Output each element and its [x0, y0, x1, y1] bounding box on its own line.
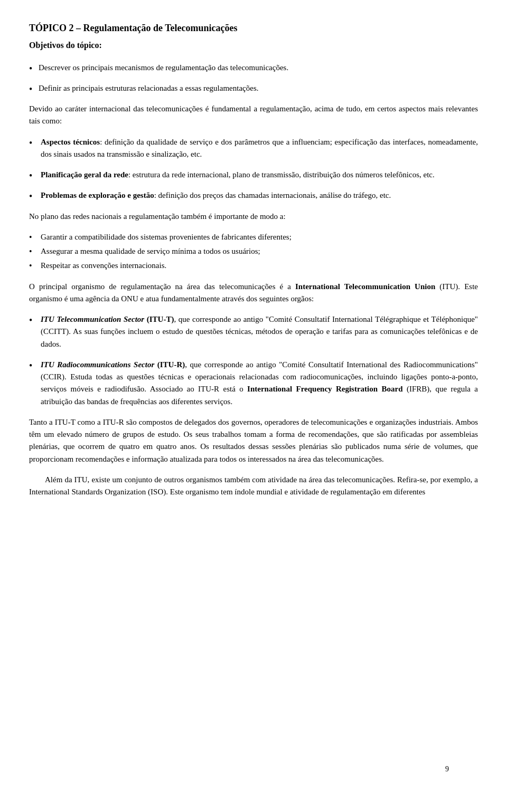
- technical-aspects-text: : definição da qualidade de serviço e do…: [41, 138, 478, 158]
- bullet-text-1: Descrever os principais mecanismos de re…: [39, 63, 288, 72]
- national-bullet-2: Assegurar a mesma qualidade de serviço m…: [29, 245, 478, 257]
- technical-aspects-bullet: Aspectos técnicos: definição da qualidad…: [29, 136, 478, 161]
- network-planning-text: : estrutura da rede internacional, plano…: [128, 170, 435, 179]
- national-bullet-text-3: Respeitar as convenções internacionais.: [41, 261, 166, 270]
- itu-paragraph: O principal organismo de regulamentação …: [29, 281, 478, 305]
- itu-t-abbr: (ITU-T): [144, 315, 174, 323]
- alem-paragraph: Além da ITU, existe um conjunto de outro…: [29, 474, 478, 499]
- technical-aspects-label: Aspectos técnicos: [41, 138, 100, 146]
- network-planning-bullet: Planificação geral da rede: estrutura da…: [29, 169, 478, 181]
- itu-para-start: O principal organismo de regulamentação …: [29, 282, 295, 291]
- itu-r-abbr: (ITU-R): [154, 360, 185, 369]
- exploitation-text: : definição dos preços das chamadas inte…: [154, 191, 391, 199]
- itu-t-label: ITU Telecommunication Sector: [41, 315, 144, 323]
- ifrb-label: International Frequency Registration Boa…: [247, 385, 402, 393]
- national-paragraph: No plano das redes nacionais a regulamen…: [29, 211, 478, 223]
- national-bullet-1: Garantir a compatibilidade dos sistemas …: [29, 231, 478, 243]
- itu-r-bullet: ITU Radiocommunications Sector (ITU-R), …: [29, 359, 478, 408]
- page-title: TÓPICO 2 – Regulamentação de Telecomunic…: [29, 21, 478, 36]
- intro-paragraph: Devido ao caráter internacional das tele…: [29, 103, 478, 128]
- national-bullet-3: Respeitar as convenções internacionais.: [29, 260, 478, 272]
- itu-r-label: ITU Radiocommunications Sector: [41, 360, 154, 369]
- exploitation-label: Problemas de exploração e gestão: [41, 191, 154, 199]
- itu-t-bullet: ITU Telecommunication Sector (ITU-T), qu…: [29, 313, 478, 350]
- national-bullet-text-1: Garantir a compatibilidade dos sistemas …: [41, 233, 292, 241]
- delegados-paragraph: Tanto a ITU-T como a ITU-R são compostos…: [29, 416, 478, 465]
- national-bullet-text-2: Assegurar a mesma qualidade de serviço m…: [41, 247, 260, 255]
- bullet-item-2: Definir as principais estruturas relacio…: [29, 82, 478, 94]
- page-subtitle: Objetivos do tópico:: [29, 39, 478, 52]
- exploitation-bullet: Problemas de exploração e gestão: defini…: [29, 189, 478, 202]
- itu-bold-name: International Telecommunication Union: [295, 282, 435, 291]
- network-planning-label: Planificação geral da rede: [41, 170, 128, 179]
- page-number: 9: [445, 763, 449, 775]
- bullet-text-2: Definir as principais estruturas relacio…: [39, 84, 259, 92]
- bullet-item-1: Descrever os principais mecanismos de re…: [29, 62, 478, 74]
